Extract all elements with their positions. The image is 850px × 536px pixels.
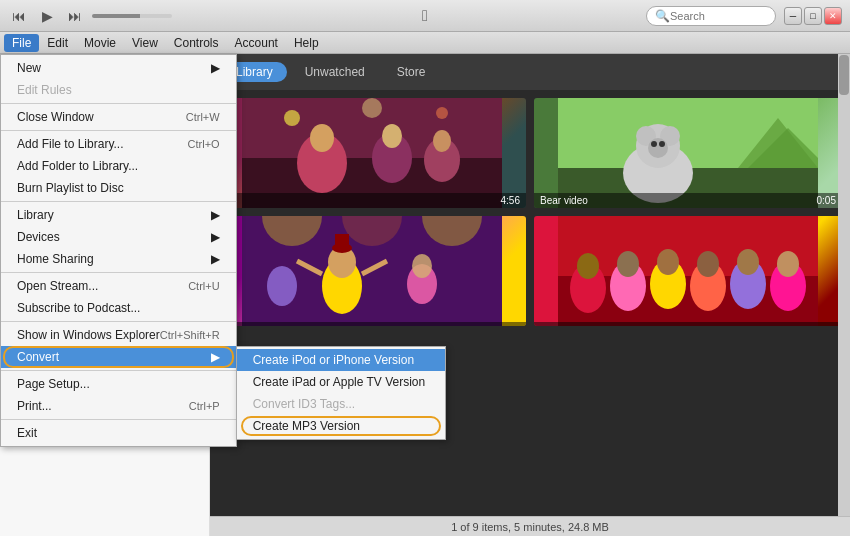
search-icon: 🔍 bbox=[655, 9, 670, 23]
menu-home-sharing[interactable]: Home Sharing ▶ bbox=[1, 248, 236, 270]
scrollbar[interactable] bbox=[838, 54, 850, 516]
separator-5 bbox=[1, 321, 236, 322]
submenu-ipad-appletv[interactable]: Create iPad or Apple TV Version bbox=[237, 371, 445, 393]
scrollbar-thumb[interactable] bbox=[839, 55, 849, 95]
menu-add-file[interactable]: Add File to Library... Ctrl+O bbox=[1, 133, 236, 155]
menu-add-folder[interactable]: Add Folder to Library... bbox=[1, 155, 236, 177]
separator-6 bbox=[1, 370, 236, 371]
svg-point-3 bbox=[310, 124, 334, 152]
menu-movie[interactable]: Movie bbox=[76, 34, 124, 52]
window-buttons: ─ □ ✕ bbox=[784, 7, 842, 25]
menu-bar: File Edit Movie View Controls Account He… bbox=[0, 32, 850, 54]
video-thumb-3[interactable] bbox=[218, 216, 526, 326]
menu-edit[interactable]: Edit bbox=[39, 34, 76, 52]
apple-logo:  bbox=[422, 7, 428, 25]
separator-7 bbox=[1, 419, 236, 420]
menu-controls[interactable]: Controls bbox=[166, 34, 227, 52]
video-thumb-1[interactable]: 4:56 bbox=[218, 98, 526, 208]
menu-burn[interactable]: Burn Playlist to Disc bbox=[1, 177, 236, 199]
arrow-icon-4: ▶ bbox=[211, 252, 220, 266]
minimize-button[interactable]: ─ bbox=[784, 7, 802, 25]
menu-library[interactable]: Library ▶ bbox=[1, 204, 236, 226]
arrow-icon-3: ▶ bbox=[211, 230, 220, 244]
menu-file[interactable]: File bbox=[4, 34, 39, 52]
close-button[interactable]: ✕ bbox=[824, 7, 842, 25]
tab-store[interactable]: Store bbox=[383, 62, 440, 82]
mp3-circle-highlight bbox=[241, 416, 441, 436]
menu-view[interactable]: View bbox=[124, 34, 166, 52]
search-input[interactable] bbox=[670, 10, 770, 22]
menu-convert[interactable]: Convert ▶ Create iPod or iPhone Version … bbox=[1, 346, 236, 368]
separator-2 bbox=[1, 130, 236, 131]
video-thumbnail-bollywood bbox=[218, 98, 526, 208]
arrow-icon-5: ▶ bbox=[211, 350, 220, 364]
volume-slider[interactable] bbox=[92, 14, 172, 18]
svg-point-20 bbox=[659, 141, 665, 147]
menu-edit-rules: Edit Rules bbox=[1, 79, 236, 101]
menu-new[interactable]: New ▶ bbox=[1, 57, 236, 79]
video-thumb-4[interactable] bbox=[534, 216, 842, 326]
file-dropdown-menu: New ▶ Edit Rules Close Window Ctrl+W Add… bbox=[0, 54, 237, 447]
menu-subscribe-podcast[interactable]: Subscribe to Podcast... bbox=[1, 297, 236, 319]
svg-point-10 bbox=[362, 98, 382, 118]
menu-open-stream[interactable]: Open Stream... Ctrl+U bbox=[1, 275, 236, 297]
svg-point-45 bbox=[697, 251, 719, 277]
menu-exit[interactable]: Exit bbox=[1, 422, 236, 444]
video-overlay-2: Bear video 0:05 bbox=[534, 193, 842, 208]
status-bar: 1 of 9 items, 5 minutes, 24.8 MB bbox=[210, 516, 850, 536]
svg-point-43 bbox=[657, 249, 679, 275]
submenu-mp3-version[interactable]: Create MP3 Version bbox=[237, 415, 445, 437]
video-grid: 4:56 bbox=[210, 90, 850, 334]
separator-3 bbox=[1, 201, 236, 202]
menu-help[interactable]: Help bbox=[286, 34, 327, 52]
svg-point-47 bbox=[737, 249, 759, 275]
maximize-button[interactable]: □ bbox=[804, 7, 822, 25]
svg-point-7 bbox=[433, 130, 451, 152]
status-text: 1 of 9 items, 5 minutes, 24.8 MB bbox=[451, 521, 609, 533]
arrow-icon: ▶ bbox=[211, 61, 220, 75]
menu-page-setup[interactable]: Page Setup... bbox=[1, 373, 236, 395]
svg-point-49 bbox=[777, 251, 799, 277]
arrow-icon-2: ▶ bbox=[211, 208, 220, 222]
menu-account[interactable]: Account bbox=[227, 34, 286, 52]
svg-point-9 bbox=[436, 107, 448, 119]
separator-4 bbox=[1, 272, 236, 273]
svg-point-41 bbox=[617, 251, 639, 277]
submenu-id3-tags: Convert ID3 Tags... bbox=[237, 393, 445, 415]
svg-point-35 bbox=[267, 266, 297, 306]
video-thumbnail-bear bbox=[534, 98, 842, 208]
menu-show-explorer[interactable]: Show in Windows Explorer Ctrl+Shift+R bbox=[1, 324, 236, 346]
playback-controls: ⏮ ▶ ⏭ bbox=[8, 5, 172, 27]
svg-point-18 bbox=[648, 138, 668, 158]
video-overlay-3 bbox=[218, 322, 526, 326]
video-duration-2: 0:05 bbox=[817, 195, 836, 206]
fast-forward-button[interactable]: ⏭ bbox=[64, 5, 86, 27]
submenu-ipod-iphone[interactable]: Create iPod or iPhone Version bbox=[237, 349, 445, 371]
svg-point-8 bbox=[284, 110, 300, 126]
svg-point-34 bbox=[412, 254, 432, 278]
convert-submenu: Create iPod or iPhone Version Create iPa… bbox=[236, 346, 446, 440]
menu-print[interactable]: Print... Ctrl+P bbox=[1, 395, 236, 417]
video-overlay-4 bbox=[534, 322, 842, 326]
file-menu-dropdown: New ▶ Edit Rules Close Window Ctrl+W Add… bbox=[0, 54, 237, 447]
tab-unwatched[interactable]: Unwatched bbox=[291, 62, 379, 82]
play-button[interactable]: ▶ bbox=[36, 5, 58, 27]
menu-close-window[interactable]: Close Window Ctrl+W bbox=[1, 106, 236, 128]
video-thumbnail-dance bbox=[218, 216, 526, 326]
separator-1 bbox=[1, 103, 236, 104]
video-thumb-2[interactable]: Bear video 0:05 bbox=[534, 98, 842, 208]
video-thumbnail-dancers bbox=[534, 216, 842, 326]
svg-rect-30 bbox=[335, 234, 349, 250]
video-title-2: Bear video bbox=[540, 195, 588, 206]
search-box[interactable]: 🔍 bbox=[646, 6, 776, 26]
video-overlay-1: 4:56 bbox=[218, 193, 526, 208]
video-duration-1: 4:56 bbox=[501, 195, 520, 206]
menu-devices[interactable]: Devices ▶ bbox=[1, 226, 236, 248]
svg-point-5 bbox=[382, 124, 402, 148]
svg-point-39 bbox=[577, 253, 599, 279]
svg-point-19 bbox=[651, 141, 657, 147]
rewind-button[interactable]: ⏮ bbox=[8, 5, 30, 27]
content-area: Library Unwatched Store bbox=[210, 54, 850, 536]
title-bar: ⏮ ▶ ⏭  🔍 ─ □ ✕ bbox=[0, 0, 850, 32]
content-tabs: Library Unwatched Store bbox=[210, 54, 850, 90]
